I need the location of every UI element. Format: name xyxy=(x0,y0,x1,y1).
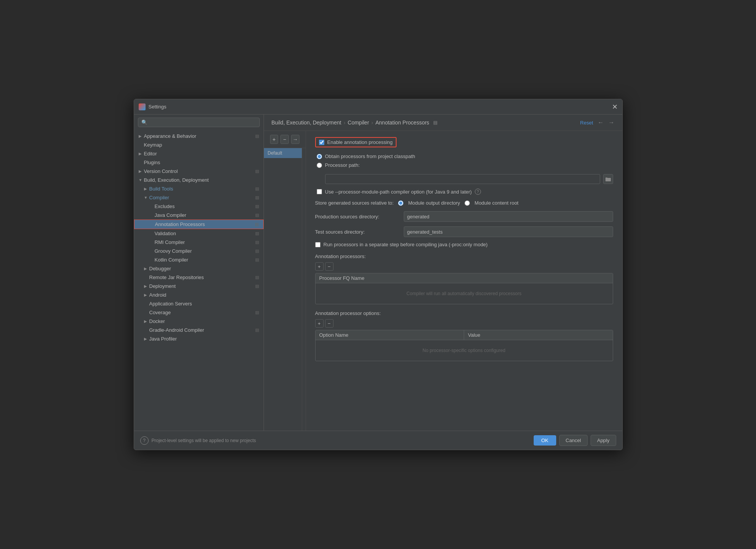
module-output-radio[interactable] xyxy=(398,200,403,206)
sidebar-item-excludes[interactable]: Excludes ▤ xyxy=(134,202,264,211)
sidebar-item-version-control[interactable]: Version Control ▤ xyxy=(134,167,264,176)
profile-item-default[interactable]: Default xyxy=(264,148,302,158)
production-sources-label: Production sources directory: xyxy=(315,214,399,220)
sidebar-item-label: Annotation Processors xyxy=(155,221,253,227)
sidebar-item-label: Validation xyxy=(155,231,254,236)
sidebar-item-label: Android xyxy=(149,292,259,298)
breadcrumb-sep2: › xyxy=(371,119,373,126)
help-icon[interactable]: ? xyxy=(475,189,481,195)
sidebar-item-kotlin-compiler[interactable]: Kotlin Compiler ▤ xyxy=(134,255,264,264)
breadcrumb-part2: Compiler xyxy=(348,119,369,126)
add-profile-button[interactable]: + xyxy=(270,135,278,144)
sidebar-item-coverage[interactable]: Coverage ▤ xyxy=(134,308,264,317)
svg-rect-1 xyxy=(605,178,607,179)
enable-annotation-checkbox[interactable] xyxy=(319,140,324,145)
sidebar-item-build-exec-deploy[interactable]: Build, Execution, Deployment xyxy=(134,176,264,184)
sidebar-item-appearance[interactable]: Appearance & Behavior ▤ xyxy=(134,132,264,140)
arrow-icon xyxy=(139,178,144,182)
forward-button[interactable]: → xyxy=(609,119,615,126)
enable-annotation-highlighted: Enable annotation processing xyxy=(315,137,397,147)
sidebar-item-compiler[interactable]: Compiler ▤ xyxy=(134,193,264,202)
arrow-icon xyxy=(144,337,149,341)
sidebar-item-label: Remote Jar Repositories xyxy=(149,274,254,280)
options-empty-text: No processor-specific options configured xyxy=(316,340,613,361)
sidebar-item-label: Application Servers xyxy=(149,301,259,307)
sidebar-item-editor[interactable]: Editor xyxy=(134,149,264,158)
run-processors-label: Run processors in a separate step before… xyxy=(324,242,488,247)
sidebar-item-build-tools[interactable]: Build Tools ▤ xyxy=(134,184,264,193)
back-button[interactable]: ← xyxy=(598,119,604,126)
sidebar-item-label: Debugger xyxy=(149,266,259,271)
sidebar-item-label: Docker xyxy=(149,318,259,324)
sidebar-item-docker[interactable]: Docker xyxy=(134,317,264,326)
sidebar-item-label: Deployment xyxy=(149,283,254,289)
sidebar-item-keymap[interactable]: Keymap xyxy=(134,140,264,149)
sidebar-item-icon: ▤ xyxy=(255,186,259,191)
sidebar-item-icon: ▤ xyxy=(255,240,259,245)
help-button[interactable]: ? xyxy=(140,436,149,445)
use-processor-module-row: Use --processor-module-path compiler opt… xyxy=(317,189,613,195)
sidebar-item-java-compiler[interactable]: Java Compiler ▤ xyxy=(134,211,264,220)
sidebar-item-java-profiler[interactable]: Java Profiler xyxy=(134,334,264,343)
remove-profile-button[interactable]: − xyxy=(280,135,289,144)
sidebar-item-label: Gradle-Android Compiler xyxy=(149,327,254,333)
sidebar-item-gradle-android[interactable]: Gradle-Android Compiler ▤ xyxy=(134,326,264,334)
breadcrumb-icon: ▤ xyxy=(433,120,437,125)
test-sources-label: Test sources directory: xyxy=(315,229,399,235)
arrow-icon xyxy=(139,152,144,156)
enable-annotation-label: Enable annotation processing xyxy=(327,139,393,145)
sidebar-item-groovy-compiler[interactable]: Groovy Compiler ▤ xyxy=(134,247,264,255)
sidebar-item-label: Appearance & Behavior xyxy=(144,133,254,139)
add-option-button[interactable]: + xyxy=(315,319,324,328)
sidebar-item-label: Java Profiler xyxy=(149,336,259,342)
sidebar-item-icon: ▤ xyxy=(255,284,259,289)
sidebar-tree: Appearance & Behavior ▤ Keymap Editor Pl… xyxy=(134,130,264,431)
test-sources-input[interactable] xyxy=(404,226,613,237)
ok-button[interactable]: OK xyxy=(534,435,556,446)
processor-path-input[interactable] xyxy=(325,174,600,184)
arrow-icon xyxy=(144,284,149,288)
sidebar-item-icon: ▤ xyxy=(255,195,259,200)
sidebar-item-plugins[interactable]: Plugins xyxy=(134,158,264,167)
sidebar-item-deployment[interactable]: Deployment ▤ xyxy=(134,282,264,291)
annotation-processors-section: Annotation processors: + − Processor FQ … xyxy=(315,254,613,304)
copy-profile-button[interactable]: → xyxy=(291,135,299,144)
processor-path-radio[interactable] xyxy=(317,163,322,168)
sidebar-item-icon: ▤ xyxy=(255,222,259,227)
remove-processor-button[interactable]: − xyxy=(325,262,333,271)
obtain-processors-label: Obtain processors from project classpath xyxy=(325,153,415,159)
sidebar-item-remote-jar[interactable]: Remote Jar Repositories ▤ xyxy=(134,273,264,282)
sidebar-item-label: Editor xyxy=(144,151,259,157)
module-content-root-radio[interactable] xyxy=(465,200,470,206)
sidebar-item-annotation-processors[interactable]: Annotation Processors ▤ xyxy=(134,220,264,229)
search-input[interactable] xyxy=(138,118,260,127)
sidebar-item-debugger[interactable]: Debugger xyxy=(134,264,264,273)
sidebar: Appearance & Behavior ▤ Keymap Editor Pl… xyxy=(134,115,264,431)
sidebar-item-label: Build, Execution, Deployment xyxy=(144,177,259,183)
sidebar-item-icon: ▤ xyxy=(255,257,259,262)
options-table: Option Name Value No processor-specific … xyxy=(315,330,613,361)
sidebar-item-label: Plugins xyxy=(144,160,259,165)
sidebar-item-app-servers[interactable]: Application Servers xyxy=(134,299,264,308)
reset-button[interactable]: Reset xyxy=(580,120,593,126)
arrow-icon xyxy=(144,319,149,323)
apply-button[interactable]: Apply xyxy=(591,435,616,446)
use-processor-module-checkbox[interactable] xyxy=(317,189,322,194)
browse-folder-button[interactable] xyxy=(603,174,613,184)
breadcrumb-sep1: › xyxy=(343,119,345,126)
profile-item-label: Default xyxy=(268,150,282,156)
add-processor-button[interactable]: + xyxy=(315,262,324,271)
sidebar-item-label: Kotlin Compiler xyxy=(155,257,254,263)
remove-option-button[interactable]: − xyxy=(325,319,333,328)
production-sources-input[interactable] xyxy=(404,211,613,222)
use-processor-module-label: Use --processor-module-path compiler opt… xyxy=(325,189,472,195)
sidebar-item-validation[interactable]: Validation ▤ xyxy=(134,229,264,238)
sidebar-item-rmi-compiler[interactable]: RMI Compiler ▤ xyxy=(134,238,264,247)
cancel-button[interactable]: Cancel xyxy=(559,435,588,446)
settings-dialog: Settings ✕ Appearance & Behavior ▤ Keyma… xyxy=(134,99,623,450)
sidebar-item-label: Version Control xyxy=(144,168,254,174)
close-button[interactable]: ✕ xyxy=(612,103,618,110)
run-processors-checkbox[interactable] xyxy=(315,242,321,247)
obtain-processors-radio[interactable] xyxy=(317,154,322,159)
sidebar-item-android[interactable]: Android xyxy=(134,291,264,299)
